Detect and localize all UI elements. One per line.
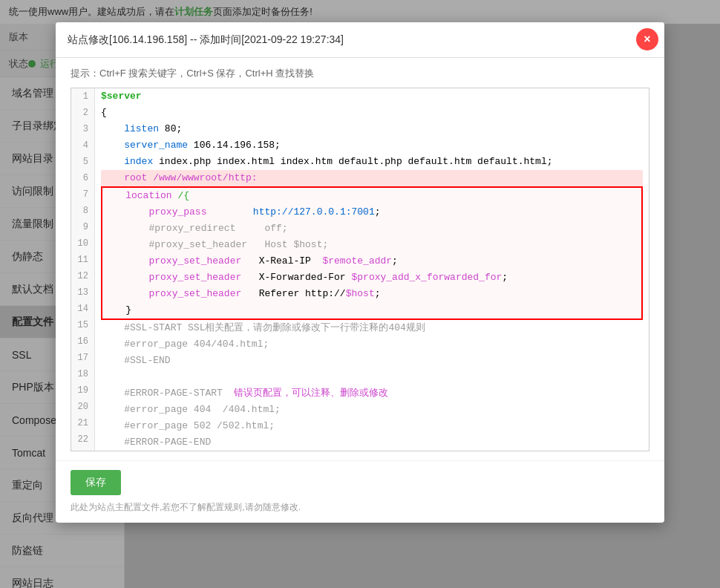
code-line: proxy_pass http://127.0.0.1:7001;: [102, 204, 641, 220]
code-line: $server: [101, 88, 643, 105]
code-line: #proxy_set_header Host $host;: [102, 237, 641, 253]
line-number: 21: [71, 415, 94, 431]
line-number: 22: [71, 431, 94, 448]
code-line: #SSL-START SSL相关配置，请勿删除或修改下一行带注释的404规则: [101, 320, 643, 336]
line-number: 14: [71, 301, 94, 317]
line-numbers: 12345678910111213141516171819202122: [71, 88, 95, 451]
code-line: #ERROR-PAGE-START 错误页配置，可以注释、删除或修改: [101, 385, 643, 402]
line-number: 15: [71, 317, 94, 333]
code-line: proxy_set_header Referer http://$host;: [102, 286, 641, 302]
code-line: [101, 369, 643, 385]
code-line: {: [101, 105, 643, 121]
line-number: 10: [71, 235, 94, 252]
line-number: 16: [71, 333, 94, 350]
line-number: 13: [71, 284, 94, 301]
line-number: 5: [71, 154, 94, 170]
code-line: listen 80;: [101, 121, 643, 137]
save-button[interactable]: 保存: [71, 470, 121, 495]
code-content[interactable]: $server{ listen 80; server_name 106.14.1…: [95, 88, 649, 451]
line-number: 4: [71, 137, 94, 154]
line-number: 8: [71, 203, 94, 219]
modal-body: 提示：Ctrl+F 搜索关键字，Ctrl+S 保存，Ctrl+H 查找替换 12…: [56, 58, 664, 460]
modal-title: 站点修改[106.14.196.158] -- 添加时间[2021-09-22 …: [68, 33, 344, 47]
line-number: 18: [71, 366, 94, 382]
modal-footer: 保存 此处为站点主配置文件,若您不了解配置规则,请勿随意修改.: [56, 460, 664, 523]
config-modal: 站点修改[106.14.196.158] -- 添加时间[2021-09-22 …: [56, 22, 664, 523]
modal-header: 站点修改[106.14.196.158] -- 添加时间[2021-09-22 …: [56, 22, 664, 58]
highlighted-block: location /{ proxy_pass http://127.0.0.1:…: [101, 186, 643, 320]
code-line: proxy_set_header X-Forwarded-For $proxy_…: [102, 270, 641, 286]
line-number: 11: [71, 252, 94, 268]
code-line: server_name 106.14.196.158;: [101, 137, 643, 154]
line-number: 1: [71, 88, 94, 105]
code-line: }: [102, 302, 641, 318]
code-line: root /www/wwwroot/http:: [101, 170, 643, 186]
code-line: proxy_set_header X-Real-IP $remote_addr;: [102, 253, 641, 270]
line-number: 12: [71, 268, 94, 284]
line-number: 9: [71, 219, 94, 235]
code-editor[interactable]: 12345678910111213141516171819202122 $ser…: [71, 88, 649, 451]
code-line: #error_page 502 /502.html;: [101, 418, 643, 434]
line-number: 3: [71, 121, 94, 137]
footer-note: 此处为站点主配置文件,若您不了解配置规则,请勿随意修改.: [71, 501, 649, 514]
line-number: 20: [71, 399, 94, 415]
line-number: 2: [71, 105, 94, 121]
code-line: #proxy_redirect off;: [102, 220, 641, 237]
line-number: 17: [71, 350, 94, 366]
editor-hint: 提示：Ctrl+F 搜索关键字，Ctrl+S 保存，Ctrl+H 查找替换: [71, 67, 649, 80]
modal-overlay: 站点修改[106.14.196.158] -- 添加时间[2021-09-22 …: [0, 0, 720, 588]
line-number: 7: [71, 186, 94, 203]
line-number: 6: [71, 170, 94, 186]
code-line: #ERROR-PAGE-END: [101, 434, 643, 451]
code-line: #error_page 404/404.html;: [101, 336, 643, 353]
close-button[interactable]: ×: [636, 28, 658, 50]
code-line: #error_page 404 /404.html;: [101, 402, 643, 418]
line-number: 19: [71, 382, 94, 399]
code-line: #SSL-END: [101, 353, 643, 369]
code-line: index index.php index.html index.htm def…: [101, 154, 643, 170]
code-line: location /{: [102, 188, 641, 204]
